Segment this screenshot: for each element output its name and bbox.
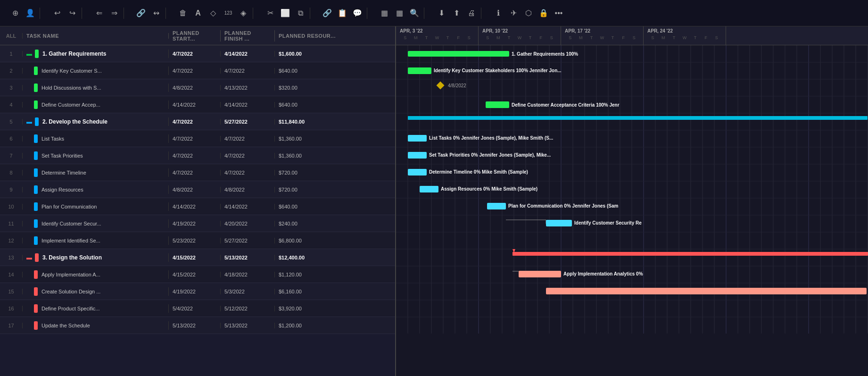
row-start: 5/23/2022 [169,238,221,243]
toolbar-group-link: 🔗 ↭ [132,8,166,19]
upload-icon[interactable]: ⬆ [451,8,462,19]
table-row[interactable]: 14 Apply Implementation A... 4/15/2022 4… [0,266,395,283]
row-finish: 5/13/2022 [221,323,275,328]
day-label: W [432,35,443,40]
row-start: 4/7/2022 [169,119,221,125]
table-row[interactable]: 3 Hold Discussions with S... 4/8/2022 4/… [0,79,395,96]
lock-icon[interactable]: 🔒 [538,8,549,19]
table-row[interactable]: 8 Determine Timeline 4/7/2022 4/7/2022 $… [0,164,395,181]
toolbar-group-view: ▦ ▦ 🔍 [375,8,424,19]
redo-icon[interactable]: ↪ [66,8,78,19]
row-finish: 4/14/2022 [221,51,275,57]
table-row[interactable]: 13 ▬ 3. Design the Solution 4/15/2022 5/… [0,249,395,266]
table-row[interactable]: 7 Set Task Priorities 4/7/2022 4/7/2022 … [0,147,395,164]
toolbar: ⊕ 👤 ↩ ↪ ⇐ ⇒ 🔗 ↭ 🗑 A ◇ 123 ◈ ✂ ⬜ ⧉ 🔗 📋 💬 … [0,0,868,26]
gantt-bar-2 [408,67,431,74]
task-color-bar [34,134,38,143]
table-row[interactable]: 5 ▬ 2. Develop the Schedule 4/7/2022 5/2… [0,113,395,130]
collapse-icon[interactable]: ▬ [26,50,32,57]
row-resources: $720.00 [275,170,395,175]
week-label-4: APR, 24 '22 [647,27,722,34]
day-label: S [463,35,474,40]
link2-icon[interactable]: ↭ [150,8,162,19]
task-name-text: Identify Customer Secur... [41,221,101,226]
gantt-bar-summary-1 [408,51,509,57]
row-task-name: ▬ 1. Gather Requirements [23,50,169,58]
row-number: 15 [0,289,23,294]
table-row[interactable]: 17 Update the Schedule 5/13/2022 5/13/20… [0,317,395,334]
row-resources: $240.00 [275,221,395,226]
indent-icon[interactable]: ⇒ [108,8,120,19]
row-task-name: Assign Resources [23,185,169,194]
gantt-bar-label-14: Apply Implementation Analytics 0% [563,271,643,276]
text-icon[interactable]: A [192,8,204,19]
link-icon[interactable]: 🔗 [135,8,147,19]
table-row[interactable]: 10 Plan for Communication 4/14/2022 4/14… [0,198,395,215]
filter-icon[interactable]: ⬡ [523,8,534,19]
row-finish: 4/13/2022 [221,85,275,91]
gantt-svg: 1. Gather Requirements 100% Identify Key… [396,45,868,334]
download-icon[interactable]: ⬇ [436,8,447,19]
grid1-icon[interactable]: ▦ [379,8,390,19]
row-start: 4/7/2022 [169,68,221,74]
row-task-name: Plan for Communication [23,202,169,211]
more-icon[interactable]: ••• [553,8,564,19]
grid2-icon[interactable]: ▦ [394,8,405,19]
row-finish: 5/27/2022 [221,119,275,125]
row-start: 4/8/2022 [169,187,221,192]
collapse-icon[interactable]: ▬ [26,118,32,125]
row-task-name: List Tasks [23,134,169,143]
table-row[interactable]: 16 Define Product Specific... 5/4/2022 5… [0,300,395,317]
task-color-bar [34,100,38,109]
send-icon[interactable]: ✈ [508,8,519,19]
table-row[interactable]: 2 Identify Key Customer S... 4/7/2022 4/… [0,62,395,79]
table-row[interactable]: 4 Define Customer Accep... 4/14/2022 4/1… [0,96,395,113]
table-row[interactable]: 9 Assign Resources 4/8/2022 4/8/2022 $72… [0,181,395,198]
table-row[interactable]: 1 ▬ 1. Gather Requirements 4/7/2022 4/14… [0,45,395,62]
table-row[interactable]: 15 Create Solution Design ... 4/19/2022 … [0,283,395,300]
label-icon[interactable]: ◇ [207,8,219,19]
row-finish: 4/7/2022 [221,170,275,175]
toolbar-group-undo: ↩ ↪ [48,8,82,19]
table-row[interactable]: 12 Implement Identified Se... 5/23/2022 … [0,232,395,249]
cut-icon[interactable]: ✂ [265,8,276,19]
hyperlink-icon[interactable]: 🔗 [322,8,333,19]
collapse-icon[interactable]: ▬ [26,254,32,261]
row-number: 11 [0,221,23,226]
paste-icon[interactable]: ⧉ [295,8,306,19]
delete-icon[interactable]: 🗑 [177,8,189,19]
number-icon[interactable]: 123 [223,8,234,19]
task-name-text: Define Customer Accep... [41,102,100,108]
table-row[interactable]: 6 List Tasks 4/7/2022 4/7/2022 $1,360.00 [0,130,395,147]
row-start: 4/19/2022 [169,289,221,294]
outdent-icon[interactable]: ⇐ [93,8,105,19]
user-icon[interactable]: 👤 [25,8,36,19]
row-number: 4 [0,102,23,108]
row-task-name: Create Solution Design ... [23,287,169,296]
row-finish: 4/7/2022 [221,136,275,142]
undo-icon[interactable]: ↩ [51,8,63,19]
row-finish: 5/3/2022 [221,289,275,294]
note-icon[interactable]: 📋 [337,8,348,19]
shape-icon[interactable]: ◈ [238,8,249,19]
gantt-bar-8 [408,169,427,175]
task-color-bar [34,67,38,75]
task-color-bar [34,321,38,330]
row-task-name: ▬ 3. Design the Solution [23,253,169,262]
add-icon[interactable]: ⊕ [9,8,21,19]
day-label: T [442,35,453,40]
task-color-bar [34,270,38,279]
copy-icon[interactable]: ⬜ [280,8,291,19]
week-label-2: APR, 10 '22 [482,27,557,34]
row-number: 13 [0,255,23,260]
zoom-icon[interactable]: 🔍 [409,8,420,19]
comment-icon[interactable]: 💬 [352,8,363,19]
print-icon[interactable]: 🖨 [466,8,477,19]
row-start: 4/7/2022 [169,170,221,175]
table-row[interactable]: 11 Identify Customer Secur... 4/19/2022 … [0,215,395,232]
info-icon[interactable]: ℹ [493,8,504,19]
toolbar-group-misc: ℹ ✈ ⬡ 🔒 ••• [489,8,568,19]
task-color-bar [34,202,38,211]
row-resources: $12,400.00 [275,255,395,260]
main-content: ALL TASK NAME PLANNED START... PLANNED F… [0,26,868,376]
